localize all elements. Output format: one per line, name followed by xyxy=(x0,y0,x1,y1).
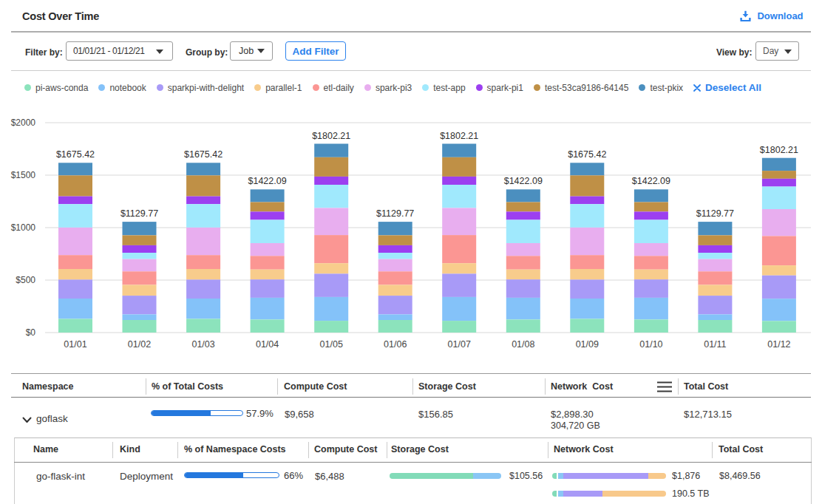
svg-text:$1802.21: $1802.21 xyxy=(440,131,478,141)
svg-text:01/08: 01/08 xyxy=(512,339,534,350)
svg-text:$1675.42: $1675.42 xyxy=(56,149,95,160)
svg-text:$1129.77: $1129.77 xyxy=(696,208,734,219)
svg-text:01/05: 01/05 xyxy=(320,339,343,350)
svg-text:$1500: $1500 xyxy=(11,170,36,180)
svg-text:01/11: 01/11 xyxy=(704,339,726,350)
svg-text:$500: $500 xyxy=(16,275,35,285)
svg-text:$1129.77: $1129.77 xyxy=(120,208,158,219)
svg-text:01/12: 01/12 xyxy=(767,339,790,350)
svg-text:$1129.77: $1129.77 xyxy=(376,208,414,219)
svg-text:$1000: $1000 xyxy=(11,222,36,233)
svg-text:$1675.42: $1675.42 xyxy=(184,149,223,160)
svg-text:01/04: 01/04 xyxy=(256,339,279,350)
svg-text:$1675.42: $1675.42 xyxy=(568,149,606,160)
svg-text:01/01: 01/01 xyxy=(64,339,86,350)
svg-text:$1422.09: $1422.09 xyxy=(504,176,543,186)
svg-text:01/10: 01/10 xyxy=(639,339,662,350)
svg-text:01/09: 01/09 xyxy=(576,339,599,350)
svg-text:01/07: 01/07 xyxy=(448,339,471,350)
svg-text:01/06: 01/06 xyxy=(384,339,407,350)
svg-text:$0: $0 xyxy=(26,327,36,338)
svg-text:$1422.09: $1422.09 xyxy=(248,176,287,186)
svg-text:$1802.21: $1802.21 xyxy=(760,145,798,155)
svg-text:01/03: 01/03 xyxy=(191,339,214,350)
svg-text:01/02: 01/02 xyxy=(128,339,151,350)
svg-text:$1802.21: $1802.21 xyxy=(312,131,350,141)
svg-text:$2000: $2000 xyxy=(11,118,36,128)
svg-text:$1422.09: $1422.09 xyxy=(632,176,670,186)
